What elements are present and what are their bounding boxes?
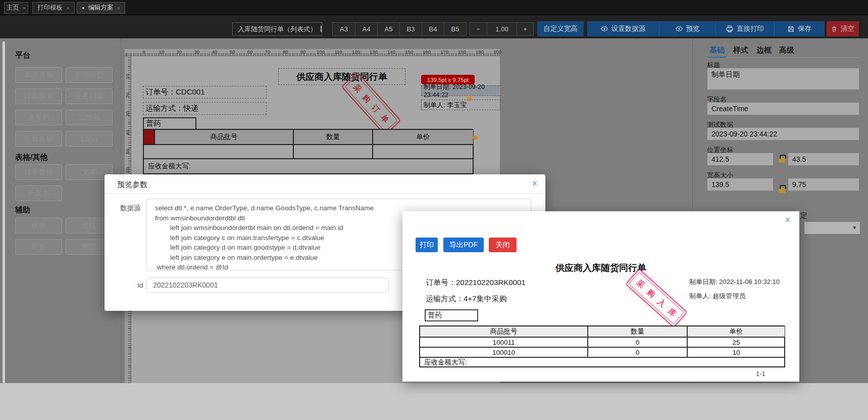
- position-x-input[interactable]: 412.5: [707, 153, 774, 166]
- chevron-down-icon: ▾: [853, 224, 856, 231]
- doc-table-header-batch: 商品批号: [155, 129, 293, 145]
- doc-table-footer: 应收金额大写:: [143, 159, 474, 174]
- doc-title-element[interactable]: 供应商入库随货同行单: [278, 68, 405, 85]
- size-a3-button[interactable]: A3: [333, 23, 355, 35]
- action-button-group: 设置数据源 预览 直接打印 保存: [587, 21, 825, 36]
- id-input[interactable]: 2022102203RK0001: [146, 277, 389, 293]
- panel-tab-basic[interactable]: 基础: [709, 45, 725, 55]
- zoom-control: − 1.00 +: [470, 22, 534, 36]
- template-name-input[interactable]: 入库随货同行单（列表式）【带: [232, 22, 322, 36]
- height-input[interactable]: 9.75: [788, 178, 859, 191]
- size-a5-button[interactable]: A5: [377, 23, 399, 35]
- doc-create-date-element-selected[interactable]: 制单日期: 2023-09-20 23:44:22: [421, 85, 501, 96]
- widget-biz-date-button[interactable]: 业务日期: [66, 88, 113, 104]
- field-name-input[interactable]: CreateTime: [707, 102, 859, 115]
- id-label: Id: [137, 282, 143, 289]
- custom-size-button[interactable]: 自定义宽高: [537, 21, 584, 36]
- close-icon[interactable]: ×: [66, 5, 69, 11]
- size-b3-button[interactable]: B3: [399, 23, 422, 35]
- widget-rect-button[interactable]: 矩形: [15, 239, 62, 255]
- close-icon[interactable]: ×: [117, 5, 120, 11]
- preview-transport: 运输方式：4+7集中采购: [426, 294, 506, 304]
- position-y-input[interactable]: 43.5: [788, 153, 859, 166]
- modal-title: 预览参数: [117, 180, 147, 190]
- ruler-h-number: 150: [405, 49, 413, 55]
- ruler-v-number: 60: [125, 167, 130, 173]
- doc-transport-element[interactable]: 运输方式：快递: [143, 102, 267, 115]
- close-preview-button[interactable]: 关闭: [489, 238, 517, 252]
- title-field-input[interactable]: 制单日期: [707, 68, 859, 90]
- set-datasource-button[interactable]: 设置数据源: [587, 21, 659, 36]
- ruler-h-number: 80: [283, 49, 288, 55]
- tab-label: 主页: [7, 4, 19, 12]
- lock-icon[interactable]: [779, 158, 785, 163]
- panel-tab-border[interactable]: 边框: [756, 45, 772, 55]
- widget-hline-button[interactable]: 横线: [15, 218, 62, 234]
- panel-tab-style[interactable]: 样式: [733, 45, 748, 55]
- toolbar: 入库随货同行单（列表式）【带 A3 A4 A5 B3 B4 B5 − 1.00 …: [0, 15, 868, 38]
- widget-long-text-button[interactable]: 长文本: [15, 185, 62, 201]
- print-button[interactable]: 打印: [416, 238, 438, 252]
- test-data-input[interactable]: 2023-09-20 23:44:22: [707, 127, 859, 141]
- partially-hidden-select[interactable]: ▾: [804, 221, 860, 235]
- set-datasource-label: 设置数据源: [611, 24, 646, 33]
- clear-label: 清空: [841, 24, 854, 33]
- size-b5-button[interactable]: B5: [444, 23, 466, 35]
- tab-print-template[interactable]: 打印模板 ×: [32, 2, 75, 14]
- zoom-out-button[interactable]: −: [470, 23, 487, 35]
- lock-icon[interactable]: [779, 188, 785, 193]
- doc-table-empty-cell: [143, 145, 293, 159]
- section-title-auxiliary: 辅助: [15, 205, 30, 215]
- drag-handle[interactable]: [473, 135, 478, 140]
- size-b4-button[interactable]: B4: [422, 23, 444, 35]
- widget-doc-header-button[interactable]: 单据表头: [15, 67, 62, 83]
- width-input[interactable]: 139.5: [707, 178, 774, 191]
- zoom-in-button[interactable]: +: [517, 23, 533, 35]
- preview-table-header-qty: 数量: [588, 326, 687, 337]
- ruler-h-number: 130: [370, 49, 378, 55]
- doc-creator-element[interactable]: 制单人: 李玉宝: [421, 100, 501, 110]
- panel-tab-advanced[interactable]: 高级: [779, 45, 794, 55]
- doc-order-no-element[interactable]: 订单号：CDC001: [143, 86, 267, 99]
- ruler-h-number: 50: [230, 49, 235, 55]
- save-button[interactable]: 保存: [774, 21, 825, 36]
- ruler-h-number: 140: [387, 49, 395, 55]
- widget-platform-name-button[interactable]: 平台名称: [15, 131, 62, 147]
- preview-button[interactable]: 预览: [659, 21, 716, 36]
- ruler-h-number: 60: [247, 49, 253, 55]
- tab-edit-scheme[interactable]: ● 编辑方案 ×: [77, 2, 125, 14]
- zoom-value[interactable]: 1.00: [487, 23, 517, 35]
- doc-drug-type-element[interactable]: 普药: [143, 117, 196, 130]
- panel-active-tab-indicator: [707, 57, 726, 58]
- tab-label: 打印模板: [37, 4, 63, 12]
- section-title-table-other: 表格/其他: [15, 153, 47, 162]
- direct-print-button[interactable]: 直接打印: [716, 21, 774, 36]
- preview-table-header-price: 单价: [687, 326, 785, 337]
- widget-barcode-button[interactable]: 条形码: [15, 110, 62, 125]
- doc-table-header-price: 单价: [373, 129, 474, 145]
- size-a4-button[interactable]: A4: [355, 23, 377, 35]
- close-icon[interactable]: ×: [23, 5, 26, 11]
- ruler-h-number: 120: [352, 49, 360, 55]
- widget-sidebar: 平台 单据表头 单据类型 订单编号 业务日期 条形码 二维码 平台名称 Logo…: [0, 38, 121, 383]
- preview-doc-title: 供应商入库随货同行单: [402, 262, 799, 274]
- widget-order-data-button[interactable]: 订单数据: [15, 164, 62, 180]
- ruler-h-number: 20: [177, 49, 182, 55]
- widget-doc-type-button[interactable]: 单据类型: [66, 67, 113, 83]
- preview-drug-type-box: 普药: [425, 309, 478, 321]
- ruler-v-number: 30: [125, 111, 130, 117]
- widget-qrcode-button[interactable]: 二维码: [66, 110, 113, 125]
- clear-button[interactable]: 清空: [827, 21, 859, 36]
- widget-order-no-button[interactable]: 订单编号: [15, 88, 62, 104]
- tab-home[interactable]: 主页 ×: [4, 2, 28, 14]
- ruler-v-number: 10: [125, 74, 130, 79]
- ruler-h-number: 10: [159, 49, 165, 55]
- eye-icon: [676, 25, 683, 32]
- table-cell: 25: [687, 337, 785, 347]
- doc-table[interactable]: 商品批号 数量 单价 应收金额大写:: [143, 129, 473, 174]
- export-pdf-button[interactable]: 导出PDF: [443, 238, 484, 252]
- widget-logo-button[interactable]: Logo: [66, 131, 113, 147]
- close-icon[interactable]: ×: [532, 179, 537, 188]
- ruler-h-number: 180: [458, 49, 466, 55]
- close-icon[interactable]: ×: [785, 215, 790, 224]
